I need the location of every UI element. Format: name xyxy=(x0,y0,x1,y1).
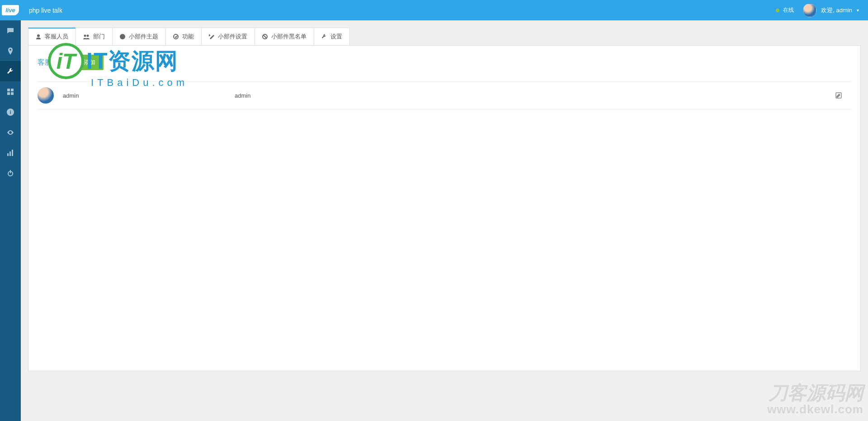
sidebar-item-logout[interactable] xyxy=(0,163,21,183)
tab-bar: 客服人员 部门 小部件主题 功能 小部件设置 小部件黑名单 xyxy=(28,28,861,46)
tab-departments[interactable]: 部门 xyxy=(75,28,113,45)
add-button[interactable]: 添加 xyxy=(75,55,104,70)
svg-point-13 xyxy=(87,35,89,37)
watermark2-main: 刀客源码网 xyxy=(767,383,863,402)
sidebar-item-location[interactable] xyxy=(0,41,21,61)
svg-rect-2 xyxy=(7,92,10,95)
svg-rect-1 xyxy=(11,89,14,91)
tab-agents[interactable]: 客服人员 xyxy=(28,28,76,45)
svg-rect-7 xyxy=(9,151,11,156)
magic-icon xyxy=(209,34,214,39)
app-title: php live talk xyxy=(29,7,62,14)
svg-point-15 xyxy=(174,34,178,39)
app-logo[interactable]: live xyxy=(0,0,21,20)
svg-point-11 xyxy=(37,34,40,37)
sidebar-item-chat[interactable] xyxy=(0,20,21,41)
watermark2-sub: www.dkewl.com xyxy=(767,402,863,416)
table-row: admin admin xyxy=(38,82,851,109)
status-label: 在线 xyxy=(783,6,794,14)
users-icon xyxy=(83,34,90,39)
tab-label: 小部件主题 xyxy=(129,33,158,41)
svg-text:i: i xyxy=(9,109,11,115)
agents-table: admin admin xyxy=(38,81,851,109)
top-header: live php live talk 在线 欢迎, admin ▾ xyxy=(0,0,868,20)
svg-line-17 xyxy=(263,35,267,38)
svg-rect-0 xyxy=(7,89,10,91)
tab-label: 客服人员 xyxy=(45,33,68,41)
tab-label: 小部件设置 xyxy=(218,33,247,41)
watermark-dkewl: 刀客源码网 www.dkewl.com xyxy=(767,383,863,416)
power-icon xyxy=(7,170,14,177)
agents-panel: 客服人员 添加 admin admin xyxy=(28,46,861,371)
status-dot-icon xyxy=(776,9,779,12)
row-user: admin xyxy=(235,92,835,99)
wrench-icon xyxy=(7,68,14,75)
bars-icon xyxy=(7,150,14,156)
grid-icon xyxy=(7,89,14,95)
svg-rect-3 xyxy=(11,92,14,95)
logo-text: live xyxy=(2,5,19,15)
check-icon xyxy=(173,34,179,39)
online-status[interactable]: 在线 xyxy=(776,6,794,14)
avatar xyxy=(803,4,816,17)
sidebar-item-settings[interactable] xyxy=(0,61,21,81)
sidebar-item-reports[interactable] xyxy=(0,142,21,163)
tab-widget-settings[interactable]: 小部件设置 xyxy=(201,28,255,45)
svg-point-12 xyxy=(84,35,86,37)
sidebar-item-apps[interactable] xyxy=(0,81,21,102)
info-icon: i xyxy=(7,109,14,116)
chevron-down-icon: ▾ xyxy=(857,8,859,13)
row-actions xyxy=(835,92,851,99)
svg-point-14 xyxy=(120,34,125,39)
header-left: live php live talk xyxy=(0,0,62,20)
tab-blacklist[interactable]: 小部件黑名单 xyxy=(255,28,314,45)
tab-label: 设置 xyxy=(330,33,342,41)
user-menu[interactable]: 欢迎, admin ▾ xyxy=(803,4,859,17)
row-name: admin xyxy=(63,92,235,99)
main-content: 客服人员 部门 小部件主题 功能 小部件设置 小部件黑名单 xyxy=(21,20,868,421)
edit-icon[interactable] xyxy=(835,92,842,99)
svg-rect-8 xyxy=(12,150,13,156)
tab-features[interactable]: 功能 xyxy=(165,28,202,45)
avatar xyxy=(38,87,54,104)
panel-title: 客服人员 xyxy=(38,58,66,67)
user-welcome-text: 欢迎, admin xyxy=(821,6,852,14)
tab-label: 小部件黑名单 xyxy=(271,33,307,41)
sidebar-item-info[interactable]: i xyxy=(0,102,21,122)
sidebar-item-view[interactable] xyxy=(0,122,21,142)
ban-icon xyxy=(262,34,268,39)
tab-settings[interactable]: 设置 xyxy=(314,28,350,45)
sidebar: i xyxy=(0,20,21,421)
eye-icon xyxy=(7,129,14,136)
tab-label: 功能 xyxy=(182,33,194,41)
header-right: 在线 欢迎, admin ▾ xyxy=(776,4,859,17)
palette-icon xyxy=(120,34,125,39)
user-icon xyxy=(36,34,41,39)
chat-icon xyxy=(7,27,14,34)
panel-header: 客服人员 添加 xyxy=(38,55,851,70)
tab-label: 部门 xyxy=(93,33,105,41)
layout: i 客服人员 部门 小部件主题 xyxy=(0,20,868,421)
svg-rect-6 xyxy=(7,153,9,156)
tab-themes[interactable]: 小部件主题 xyxy=(112,28,166,45)
wrench-icon xyxy=(321,34,327,39)
pin-icon xyxy=(7,47,14,55)
